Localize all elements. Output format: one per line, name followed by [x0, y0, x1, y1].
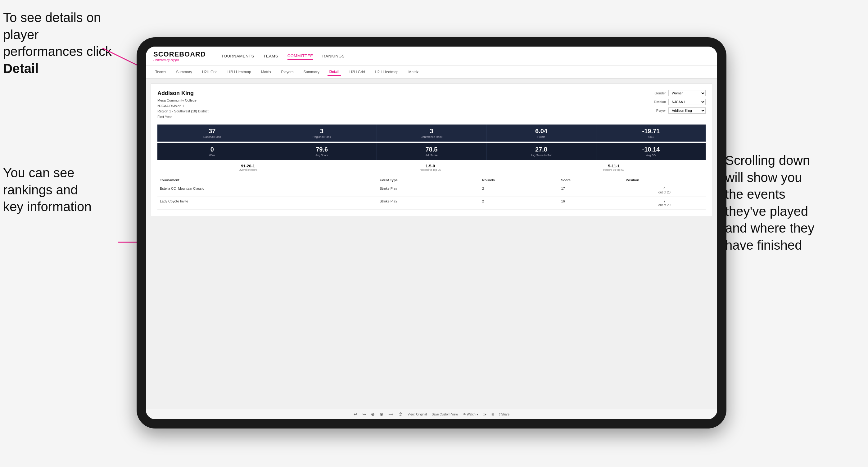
- annotation-right: Scrolling down will show you the events …: [725, 152, 862, 254]
- sub-nav-h2h-grid2[interactable]: H2H Grid: [347, 69, 367, 75]
- score-2: 16: [558, 197, 623, 210]
- toolbar-grid[interactable]: ⊞: [491, 413, 494, 416]
- toolbar-share[interactable]: ⤴ Share: [499, 413, 509, 416]
- col-event-type: Event Type: [377, 176, 479, 184]
- score-1: 17: [558, 184, 623, 197]
- stat-adj-score: 78.5 Adj Score: [377, 143, 487, 160]
- annotation-right-line6: have finished: [725, 238, 802, 252]
- toolbar-add2[interactable]: ⊕: [380, 412, 383, 417]
- annotation-line2: rankings and: [3, 183, 78, 197]
- toolbar-screen[interactable]: □▾: [483, 413, 487, 416]
- tournament-name-2: Lady Coyote Invite: [157, 197, 377, 210]
- stat-wins: 0 Wins: [157, 143, 267, 160]
- annotation-right-line2: will show you: [725, 170, 802, 185]
- table-row: Lady Coyote Invite Stroke Play 2 16 7out…: [157, 197, 706, 210]
- sub-nav: Teams Summary H2H Grid H2H Heatmap Matri…: [146, 66, 717, 79]
- logo-sub: Powered by clippd: [153, 58, 206, 62]
- filter-row-division: Division NJCAA I: [649, 99, 706, 105]
- col-score: Score: [558, 176, 623, 184]
- toolbar-redo[interactable]: ↪: [362, 412, 366, 417]
- sub-nav-summary2[interactable]: Summary: [302, 69, 321, 75]
- tablet-frame: SCOREBOARD Powered by clippd TOURNAMENTS…: [136, 37, 726, 429]
- annotation-right-line4: they've played: [725, 204, 808, 219]
- top-nav: SCOREBOARD Powered by clippd TOURNAMENTS…: [146, 46, 717, 66]
- zoom-icon: −+: [389, 412, 393, 417]
- bottom-toolbar: ↩ ↪ ⊕ ⊕ −+ ⏱ View: Original Save Custom …: [146, 409, 717, 419]
- toolbar-undo[interactable]: ↩: [353, 412, 357, 417]
- app-container: SCOREBOARD Powered by clippd TOURNAMENTS…: [146, 46, 717, 419]
- undo-icon: ↩: [353, 412, 357, 417]
- annotation-right-line1: Scrolling down: [725, 153, 810, 168]
- tournament-name-1: Estella CC- Mountain Classic: [157, 184, 377, 197]
- sub-nav-matrix2[interactable]: Matrix: [407, 69, 421, 75]
- annotation-line1: You can see: [3, 165, 74, 180]
- record-top50: 5-11-1 Record vs top 50: [603, 164, 624, 172]
- nav-teams[interactable]: TEAMS: [264, 53, 278, 60]
- nav-tournaments[interactable]: TOURNAMENTS: [221, 53, 254, 60]
- annotation-bottom-left: You can see rankings and key information: [3, 164, 121, 216]
- stat-avg-sg: -10.14 Avg SG: [596, 143, 706, 160]
- time-icon: ⏱: [398, 412, 403, 417]
- sub-nav-detail[interactable]: Detail: [328, 68, 341, 76]
- redo-icon: ↪: [362, 412, 366, 417]
- sub-nav-h2h-heatmap[interactable]: H2H Heatmap: [226, 69, 253, 75]
- position-2: 7out of 20: [623, 197, 706, 210]
- filter-row-gender: Gender Women: [649, 90, 706, 96]
- toolbar-time[interactable]: ⏱: [398, 412, 403, 417]
- nav-committee[interactable]: COMMITTEE: [287, 52, 313, 60]
- col-rounds: Rounds: [479, 176, 558, 184]
- sub-nav-teams[interactable]: Teams: [153, 69, 168, 75]
- annotation-right-line5: and where they: [725, 221, 814, 236]
- records-row: 91-20-1 Overall Record 1-5-0 Record vs t…: [157, 164, 706, 172]
- stat-points: 6.04 Points: [487, 125, 596, 142]
- division-select[interactable]: NJCAA I: [669, 99, 706, 105]
- sub-nav-matrix[interactable]: Matrix: [259, 69, 273, 75]
- player-select[interactable]: Addison King: [669, 107, 706, 114]
- sub-nav-players[interactable]: Players: [279, 69, 295, 75]
- annotation-bold: Detail: [3, 61, 38, 76]
- stats-row1: 37 National Rank 3 Regional Rank 3 Confe…: [157, 125, 706, 142]
- division-label: Division: [649, 100, 666, 104]
- col-position: Position: [623, 176, 706, 184]
- stat-conference-rank: 3 Conference Rank: [377, 125, 487, 142]
- annotation-text-top: To see details on player performances cl…: [3, 10, 112, 59]
- toolbar-add[interactable]: ⊕: [371, 412, 375, 417]
- stat-national-rank: 37 National Rank: [157, 125, 267, 142]
- logo-area: SCOREBOARD Powered by clippd: [153, 50, 206, 62]
- stat-avg-score: 79.6 Avg Score: [267, 143, 377, 160]
- stat-sos: -19.71 SoS: [596, 125, 706, 142]
- stats-row2: 0 Wins 79.6 Avg Score 78.5 Adj Score 2: [157, 143, 706, 160]
- rounds-1: 2: [479, 184, 558, 197]
- col-tournament: Tournament: [157, 176, 377, 184]
- toolbar-view-original[interactable]: View: Original: [408, 413, 427, 416]
- player-label: Player: [649, 109, 666, 113]
- logo-text: SCOREBOARD: [153, 50, 206, 58]
- record-top25: 1-5-0 Record vs top 25: [420, 164, 441, 172]
- tournament-table: Tournament Event Type Rounds Score Posit…: [157, 176, 706, 210]
- sub-nav-summary[interactable]: Summary: [174, 69, 194, 75]
- content-panel: Addison King Mesa Community College NJCA…: [151, 84, 712, 216]
- toolbar-watch[interactable]: 👁 Watch ▾: [463, 413, 478, 416]
- player-college: Mesa Community College: [157, 98, 208, 103]
- stat-avg-score-par: 27.8 Avg Score to Par: [487, 143, 596, 160]
- position-1: 4out of 20: [623, 184, 706, 197]
- tablet-screen: SCOREBOARD Powered by clippd TOURNAMENTS…: [146, 46, 717, 419]
- gender-label: Gender: [649, 91, 666, 95]
- player-info: Addison King Mesa Community College NJCA…: [157, 90, 208, 120]
- main-content: Addison King Mesa Community College NJCA…: [146, 79, 717, 409]
- nav-rankings[interactable]: RANKINGS: [322, 53, 345, 60]
- gender-select[interactable]: Women: [669, 90, 706, 96]
- sub-nav-h2h-grid[interactable]: H2H Grid: [200, 69, 219, 75]
- filter-row-player: Player Addison King: [649, 107, 706, 114]
- sub-nav-h2h-heatmap2[interactable]: H2H Heatmap: [373, 69, 400, 75]
- toolbar-save-custom[interactable]: Save Custom View: [432, 413, 458, 416]
- player-filters: Gender Women Division NJCAA I: [649, 90, 706, 120]
- player-header: Addison King Mesa Community College NJCA…: [157, 90, 706, 120]
- player-year: First Year: [157, 114, 208, 120]
- toolbar-zoom[interactable]: −+: [389, 412, 393, 417]
- table-row: Estella CC- Mountain Classic Stroke Play…: [157, 184, 706, 197]
- event-type-2: Stroke Play: [377, 197, 479, 210]
- rounds-2: 2: [479, 197, 558, 210]
- player-name: Addison King: [157, 90, 208, 97]
- record-overall: 91-20-1 Overall Record: [239, 164, 257, 172]
